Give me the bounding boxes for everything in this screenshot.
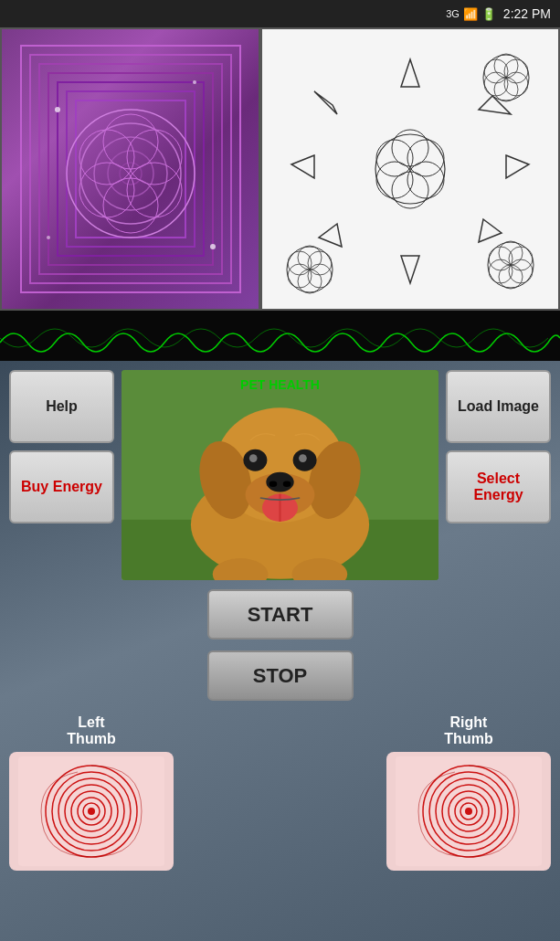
main-content: Help Buy Energy — [0, 27, 560, 941]
svg-point-53 — [298, 270, 322, 293]
stop-button[interactable]: STOP — [207, 650, 354, 701]
svg-marker-29 — [401, 59, 419, 87]
top-images-row — [0, 27, 560, 311]
left-thumb-container: LeftThumb — [9, 714, 174, 871]
svg-point-85 — [88, 808, 95, 815]
wave-svg — [0, 311, 560, 361]
right-thumb-circle[interactable] — [386, 752, 551, 871]
svg-point-46 — [499, 265, 523, 289]
svg-point-21 — [47, 236, 50, 239]
right-geometry-image — [260, 27, 560, 311]
svg-point-71 — [249, 454, 258, 462]
svg-point-52 — [298, 246, 322, 270]
dog-svg — [122, 370, 438, 580]
dog-photo: PET HEALTH — [122, 370, 438, 580]
svg-point-18 — [55, 107, 60, 112]
svg-point-9 — [94, 137, 167, 210]
svg-marker-30 — [479, 96, 511, 114]
status-bar: 3G 📶 🔋 2:22 PM — [0, 0, 560, 27]
buy-energy-button[interactable]: Buy Energy — [9, 450, 114, 523]
svg-marker-31 — [506, 155, 529, 178]
middle-section: Help Buy Energy — [0, 361, 560, 580]
left-thumb-circle[interactable] — [9, 752, 174, 871]
battery-icon: 🔋 — [481, 7, 496, 21]
left-mandala-image — [0, 27, 260, 311]
load-image-button[interactable]: Load Image — [446, 370, 551, 443]
signal-icon: 📶 — [463, 7, 478, 21]
right-thumb-label: RightThumb — [444, 714, 492, 747]
pet-label: PET HEALTH — [240, 377, 320, 392]
left-thumb-label: LeftThumb — [67, 714, 115, 747]
pet-image-container: PET HEALTH — [122, 370, 438, 580]
svg-point-20 — [210, 244, 216, 249]
network-icon: 3G — [446, 8, 460, 19]
svg-point-19 — [193, 80, 196, 84]
svg-point-39 — [494, 78, 518, 101]
svg-point-68 — [283, 481, 291, 488]
geometry-svg — [269, 37, 552, 301]
start-button[interactable]: START — [207, 589, 354, 640]
svg-point-12 — [103, 114, 158, 169]
svg-point-8 — [80, 123, 181, 224]
help-button[interactable]: Help — [9, 370, 114, 443]
svg-point-13 — [103, 178, 158, 233]
left-buttons-panel: Help Buy Energy — [9, 370, 114, 571]
svg-marker-33 — [401, 256, 419, 283]
svg-point-17 — [127, 163, 182, 217]
svg-marker-35 — [291, 155, 314, 178]
wave-bar — [0, 311, 560, 361]
svg-marker-36 — [314, 91, 337, 114]
thumb-section: LeftThumb Righ — [0, 714, 560, 871]
right-buttons-panel: Load Image Select Energy — [446, 370, 551, 571]
svg-point-7 — [67, 110, 195, 238]
status-icons: 3G 📶 🔋 2:22 PM — [446, 6, 551, 21]
svg-point-22 — [375, 134, 445, 204]
svg-point-45 — [499, 241, 523, 265]
svg-point-38 — [494, 54, 518, 78]
right-spiral-svg — [396, 756, 542, 866]
svg-point-16 — [79, 163, 134, 217]
svg-point-94 — [465, 808, 472, 815]
svg-point-11 — [120, 163, 142, 185]
svg-point-72 — [299, 454, 307, 462]
time-display: 2:22 PM — [503, 6, 551, 21]
action-buttons-panel: START STOP — [0, 580, 560, 710]
svg-point-14 — [79, 130, 134, 185]
svg-point-10 — [108, 151, 153, 196]
svg-point-67 — [269, 481, 278, 488]
svg-marker-32 — [479, 219, 502, 242]
svg-marker-34 — [319, 224, 342, 247]
mandala-svg — [12, 37, 249, 301]
select-energy-button[interactable]: Select Energy — [446, 450, 551, 523]
left-spiral-svg — [18, 756, 164, 866]
right-thumb-container: RightThumb — [386, 714, 551, 871]
svg-point-15 — [127, 130, 182, 185]
